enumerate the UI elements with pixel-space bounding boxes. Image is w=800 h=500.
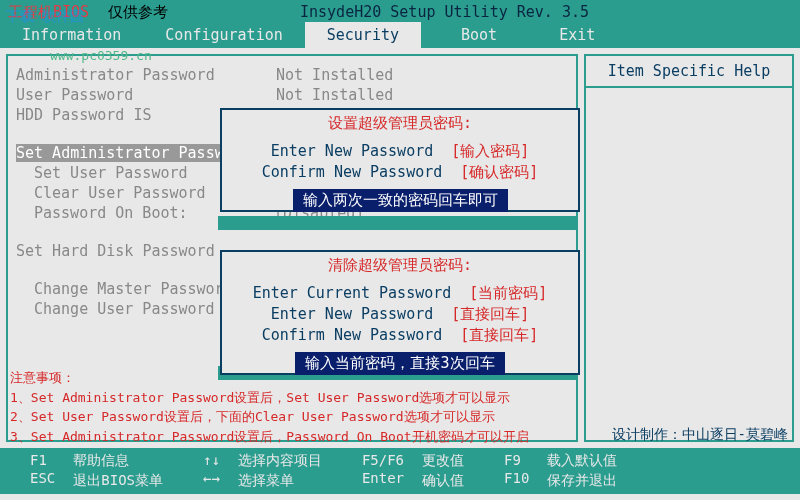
dialog1-hint: 输入两次一致的密码回车即可 <box>293 189 508 212</box>
dialog2-enter-new[interactable]: Enter New Password [直接回车] <box>222 304 578 325</box>
watermark-url: www.pc0359.cn <box>50 48 152 63</box>
key-f9: F9 <box>504 452 529 468</box>
dialog-set-admin: 设置超级管理员密码: Enter New Password [输入密码] Con… <box>220 108 580 212</box>
tab-exit[interactable]: Exit <box>537 22 617 48</box>
dialog1-enter-new[interactable]: Enter New Password [输入密码] <box>222 141 578 162</box>
tab-configuration[interactable]: Configuration <box>143 22 304 48</box>
bios-reference: 仅供参考 <box>108 3 168 22</box>
divider-bar-1 <box>218 216 578 230</box>
key-esc: ESC <box>30 470 55 486</box>
dialog-clear-admin: 清除超级管理员密码: Enter Current Password [当前密码]… <box>220 250 580 375</box>
opt-admin-password: Administrator Password Not Installed <box>16 66 568 84</box>
credits: 设计制作：中山逐日-莫碧峰 <box>612 426 788 444</box>
key-f5f6: F5/F6 <box>362 452 404 468</box>
key-f1: F1 <box>30 452 55 468</box>
watermark-soft: 下载 软件园 <box>6 8 84 26</box>
key-updown: ↑↓ <box>203 452 220 468</box>
dialog2-title: 清除超级管理员密码: <box>222 252 578 283</box>
menubar: 工程机BIOS 仅供参考 InsydeH20 Setup Utility Rev… <box>0 0 800 48</box>
tab-bar: Information Configuration Security Boot … <box>0 22 800 48</box>
key-enter: Enter <box>362 470 404 486</box>
footer-keys: F1ESC 帮助信息退出BIOS菜单 ↑↓←→ 选择内容项目选择菜单 F5/F6… <box>0 448 800 494</box>
note-3: 3、Set Administrator Password设置后，Password… <box>10 427 529 447</box>
dialog2-hint: 输入当前密码，直接3次回车 <box>295 352 504 375</box>
tab-security[interactable]: Security <box>305 22 421 48</box>
dialog2-enter-current[interactable]: Enter Current Password [当前密码] <box>222 283 578 304</box>
help-pane: Item Specific Help <box>584 54 794 442</box>
opt-user-password: User Password Not Installed <box>16 86 568 104</box>
help-header: Item Specific Help <box>586 56 792 88</box>
dialog2-confirm-new[interactable]: Confirm New Password [直接回车] <box>222 325 578 346</box>
dialog1-confirm-new[interactable]: Confirm New Password [确认密码] <box>222 162 578 183</box>
utility-title: InsydeH20 Setup Utility Rev. 3.5 <box>300 3 589 21</box>
note-2: 2、Set User Password设置后，下面的Clear User Pas… <box>10 407 529 427</box>
key-leftright: ←→ <box>203 470 220 486</box>
dialog1-title: 设置超级管理员密码: <box>222 110 578 141</box>
tab-boot[interactable]: Boot <box>421 22 537 48</box>
key-f10: F10 <box>504 470 529 486</box>
note-1: 1、Set Administrator Password设置后，Set User… <box>10 388 529 408</box>
